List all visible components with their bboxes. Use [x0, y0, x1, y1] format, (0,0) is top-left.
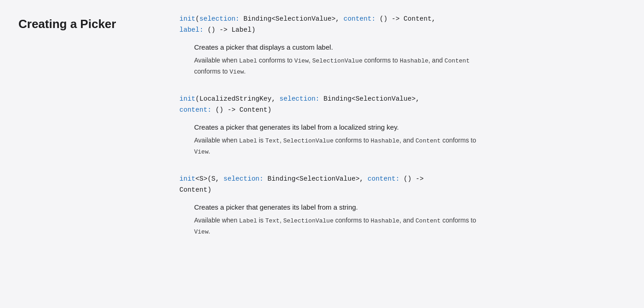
code-label-2: Label: [239, 137, 257, 144]
code-content-1: Content: [444, 57, 470, 64]
availability-2: Available when Label is Text, SelectionV…: [194, 135, 626, 157]
api-entry-1: init(selection: Binding<SelectionValue>,…: [179, 14, 626, 77]
api-signature-3: init<S>(S, selection: Binding<SelectionV…: [179, 174, 626, 196]
keyword-selection-1: selection:: [200, 15, 240, 23]
api-description-1: Creates a picker that displays a custom …: [179, 42, 626, 77]
code-selval-2: SelectionValue: [283, 137, 334, 144]
code-hashable-1: Hashable: [400, 57, 428, 64]
summary-1: Creates a picker that displays a custom …: [194, 42, 626, 53]
main-content: init(selection: Binding<SelectionValue>,…: [161, 14, 626, 254]
page-layout: Creating a Picker init(selection: Bindin…: [18, 14, 626, 254]
code-hashable-3: Hashable: [371, 217, 399, 224]
keyword-selection-3: selection:: [224, 175, 264, 183]
code-content-2: Content: [415, 137, 441, 144]
keyword-init-2: init: [179, 95, 196, 103]
code-view-4: View: [194, 228, 208, 235]
api-signature-1: init(selection: Binding<SelectionValue>,…: [179, 14, 626, 36]
code-text-2: Text: [265, 137, 280, 144]
keyword-init-1: init: [179, 15, 196, 23]
section-title: Creating a Picker: [18, 17, 161, 32]
keyword-label-1: label:: [179, 26, 203, 34]
code-view-2: View: [230, 68, 244, 75]
code-content-3: Content: [415, 217, 441, 224]
availability-3: Available when Label is Text, SelectionV…: [194, 215, 626, 237]
summary-3: Creates a picker that generates its labe…: [194, 202, 626, 213]
code-text-3: Text: [265, 217, 280, 224]
code-view-3: View: [194, 148, 208, 155]
code-selval-1: SelectionValue: [312, 57, 362, 64]
summary-2: Creates a picker that generates its labe…: [194, 122, 626, 133]
code-label-1: Label: [239, 57, 257, 64]
keyword-content-2: content:: [179, 106, 212, 114]
keyword-selection-2: selection:: [280, 95, 320, 103]
keyword-content-3: content:: [368, 175, 400, 183]
api-description-2: Creates a picker that generates its labe…: [179, 122, 626, 157]
code-label-3: Label: [239, 217, 257, 224]
api-signature-2: init(LocalizedStringKey, selection: Bind…: [179, 94, 626, 116]
keyword-init-3: init: [179, 175, 196, 183]
availability-1: Available when Label conforms to View, S…: [194, 55, 626, 77]
keyword-content-1: content:: [344, 15, 376, 23]
api-entry-2: init(LocalizedStringKey, selection: Bind…: [179, 94, 626, 157]
code-selval-3: SelectionValue: [283, 217, 334, 224]
api-entry-3: init<S>(S, selection: Binding<SelectionV…: [179, 174, 626, 237]
sidebar: Creating a Picker: [18, 14, 161, 32]
api-description-3: Creates a picker that generates its labe…: [179, 202, 626, 237]
code-hashable-2: Hashable: [371, 137, 399, 144]
code-view-1: View: [294, 57, 309, 64]
